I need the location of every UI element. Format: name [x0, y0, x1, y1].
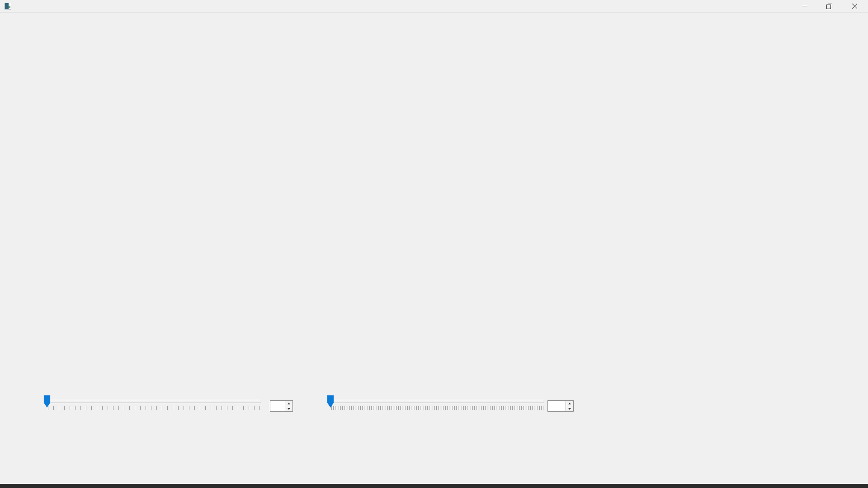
rf-gain-slider-ticks [48, 406, 260, 410]
up-arrow-icon [568, 403, 571, 404]
af-gain-spinbox[interactable] [547, 400, 574, 412]
down-arrow-icon [288, 408, 290, 410]
rf-gain-spin-down[interactable] [285, 406, 292, 411]
charts-canvas [0, 0, 868, 488]
rf-gain-slider-groove[interactable] [47, 400, 261, 403]
rf-gain-value[interactable] [270, 401, 285, 411]
app-window [0, 0, 868, 488]
rf-gain-spin-up[interactable] [285, 401, 292, 406]
af-gain-spin-up[interactable] [566, 401, 573, 406]
af-gain-slider-groove[interactable] [330, 400, 544, 403]
rf-gain-spinbox[interactable] [270, 400, 293, 412]
bottom-edge-strip [0, 484, 868, 488]
rf-gain-slider[interactable] [47, 395, 261, 410]
af-gain-spin-down[interactable] [566, 406, 573, 411]
af-gain-value[interactable] [548, 401, 566, 411]
down-arrow-icon [568, 408, 571, 410]
af-gain-slider[interactable] [330, 395, 544, 410]
up-arrow-icon [288, 403, 290, 404]
af-gain-slider-ticks [331, 406, 543, 410]
